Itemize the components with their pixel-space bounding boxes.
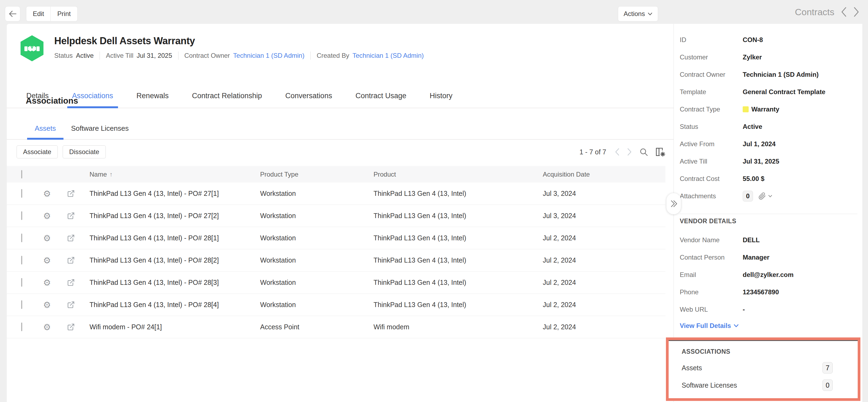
asset-table-row: ⚙ ThinkPad L13 Gen 4 (13, Intel) - PO# 2… — [7, 227, 665, 249]
row-checkbox[interactable] — [21, 322, 22, 331]
field-value: Manager — [743, 254, 770, 261]
field-value: 55.00 $ — [743, 175, 764, 183]
next-record-button[interactable] — [854, 7, 859, 17]
left-gutter — [0, 24, 7, 402]
row-gear-icon[interactable]: ⚙ — [43, 278, 67, 287]
open-in-new-icon[interactable] — [67, 212, 90, 220]
row-checkbox[interactable] — [21, 300, 22, 309]
previous-page-icon[interactable] — [615, 148, 620, 156]
contract-tab[interactable]: History — [429, 89, 454, 108]
field-label: Contract Type — [680, 105, 743, 113]
row-gear-icon[interactable]: ⚙ — [43, 323, 67, 332]
sort-ascending-icon[interactable]: ↑ — [110, 171, 113, 178]
summary-count-badge[interactable]: 7 — [823, 362, 833, 373]
contract-field-row: Active Till Jul 31, 2025 — [674, 153, 862, 170]
asset-table-row: ⚙ ThinkPad L13 Gen 4 (13, Intel) - PO# 2… — [7, 294, 665, 316]
contract-tab[interactable]: Renewals — [135, 89, 170, 108]
open-in-new-icon[interactable] — [67, 190, 90, 197]
open-in-new-icon[interactable] — [67, 279, 90, 286]
asset-name-cell[interactable]: ThinkPad L13 Gen 4 (13, Intel) - PO# 28[… — [90, 234, 260, 242]
paperclip-icon[interactable] — [758, 192, 766, 200]
created-by-label: Created By — [316, 52, 349, 59]
panel-collapse-handle[interactable] — [666, 193, 681, 214]
column-header-product[interactable]: Product — [373, 171, 543, 178]
product-cell: ThinkPad L13 Gen 4 (13, Intel) — [373, 279, 543, 286]
product-type-cell: Workstation — [260, 190, 373, 197]
open-in-new-icon[interactable] — [67, 301, 90, 309]
associations-toolbar: Associate Dissociate 1 - 7 of 7 — [17, 144, 665, 160]
asset-name-cell[interactable]: ThinkPad L13 Gen 4 (13, Intel) - PO# 28[… — [90, 301, 260, 309]
associations-subtab-bar: Assets Software Licenses — [7, 119, 674, 140]
divider — [99, 52, 100, 60]
created-by-link[interactable]: Technician 1 (SD Admin) — [352, 52, 424, 59]
column-header-name[interactable]: Name — [90, 171, 107, 178]
next-page-icon[interactable] — [627, 148, 632, 156]
asset-name-cell[interactable]: ThinkPad L13 Gen 4 (13, Intel) - PO# 28[… — [90, 279, 260, 286]
contract-field-row: Contract Cost 55.00 $ — [674, 170, 862, 187]
dissociate-button[interactable]: Dissociate — [63, 145, 106, 158]
contract-field-row: Customer Zylker — [674, 49, 862, 66]
row-gear-icon[interactable]: ⚙ — [43, 301, 67, 309]
asset-name-cell[interactable]: ThinkPad L13 Gen 4 (13, Intel) - PO# 27[… — [90, 212, 260, 220]
asset-name-cell[interactable]: Wifi modem - PO# 24[1] — [90, 323, 260, 331]
previous-record-button[interactable] — [841, 7, 847, 17]
field-label: Contract Cost — [680, 175, 743, 183]
asset-name-cell[interactable]: ThinkPad L13 Gen 4 (13, Intel) - PO# 28[… — [90, 256, 260, 264]
contract-type-color-swatch — [743, 106, 749, 112]
contract-fields: ID CON-8 Customer Zylker Contract Ow — [674, 31, 862, 205]
open-in-new-icon[interactable] — [67, 323, 90, 331]
asset-name-cell[interactable]: ThinkPad L13 Gen 4 (13, Intel) - PO# 27[… — [90, 190, 260, 197]
attachments-count-badge[interactable]: 0 — [743, 191, 753, 202]
chevron-down-icon[interactable] — [768, 195, 772, 197]
back-button[interactable] — [5, 6, 20, 22]
associate-button[interactable]: Associate — [17, 145, 58, 158]
edit-button[interactable]: Edit — [26, 6, 51, 22]
associations-subtab[interactable]: Assets — [27, 119, 63, 139]
view-full-details-link[interactable]: View Full Details — [680, 322, 739, 330]
field-label: Web URL — [680, 306, 743, 313]
contract-meta-row: Status Active Active Till Jul 31, 2025 C… — [54, 52, 424, 60]
row-checkbox[interactable] — [21, 256, 22, 265]
row-gear-icon[interactable]: ⚙ — [43, 212, 67, 220]
vendor-details-section: VENDOR DETAILS Vendor Name DELL Contact … — [674, 218, 862, 330]
open-in-new-icon[interactable] — [67, 256, 90, 264]
acquisition-date-cell: Jul 2, 2024 — [543, 279, 665, 286]
assets-table-header: Name ↑ Product Type Product Acquisition … — [7, 166, 665, 183]
open-in-new-icon[interactable] — [67, 234, 90, 242]
contract-tab[interactable]: Conversations — [284, 89, 333, 108]
product-type-cell: Workstation — [260, 279, 373, 286]
product-type-cell: Workstation — [260, 256, 373, 264]
row-gear-icon[interactable]: ⚙ — [43, 234, 67, 243]
divider — [178, 52, 179, 60]
contract-tab[interactable]: Contract Usage — [354, 89, 407, 108]
status-label: Status — [54, 52, 73, 59]
contract-summary-panel: ID CON-8 Customer Zylker Contract Ow — [674, 24, 862, 402]
row-gear-icon[interactable]: ⚙ — [43, 189, 67, 198]
status-value: Active — [76, 52, 94, 59]
summary-count-badge[interactable]: 0 — [823, 379, 833, 391]
acquisition-date-cell: Jul 2, 2024 — [543, 323, 665, 331]
chevron-down-icon — [648, 12, 652, 16]
print-button[interactable]: Print — [51, 6, 77, 22]
contract-tab[interactable]: Contract Relationship — [191, 89, 263, 108]
row-gear-icon[interactable]: ⚙ — [43, 256, 67, 265]
search-icon[interactable] — [639, 148, 648, 156]
row-checkbox[interactable] — [21, 234, 22, 242]
column-header-acquisition-date[interactable]: Acquisition Date — [543, 171, 665, 178]
associations-subtab[interactable]: Software Licenses — [63, 119, 136, 139]
acquisition-date-cell: Jul 3, 2024 — [543, 190, 665, 197]
actions-button[interactable]: Actions — [618, 6, 658, 22]
view-full-details-label: View Full Details — [680, 322, 731, 330]
row-checkbox[interactable] — [21, 189, 22, 198]
row-checkbox[interactable] — [21, 211, 22, 220]
select-all-checkbox[interactable] — [21, 170, 22, 179]
column-header-product-type[interactable]: Product Type — [260, 171, 373, 178]
top-toolbar: Edit Print Actions Contracts — [0, 0, 868, 24]
field-value: Zylker — [743, 54, 762, 61]
contract-owner-label: Contract Owner — [184, 52, 230, 59]
column-settings-icon[interactable] — [656, 147, 665, 156]
handshake-icon — [24, 42, 40, 54]
contract-owner-link[interactable]: Technician 1 (SD Admin) — [233, 52, 305, 59]
field-label: ID — [680, 36, 743, 44]
row-checkbox[interactable] — [21, 278, 22, 287]
